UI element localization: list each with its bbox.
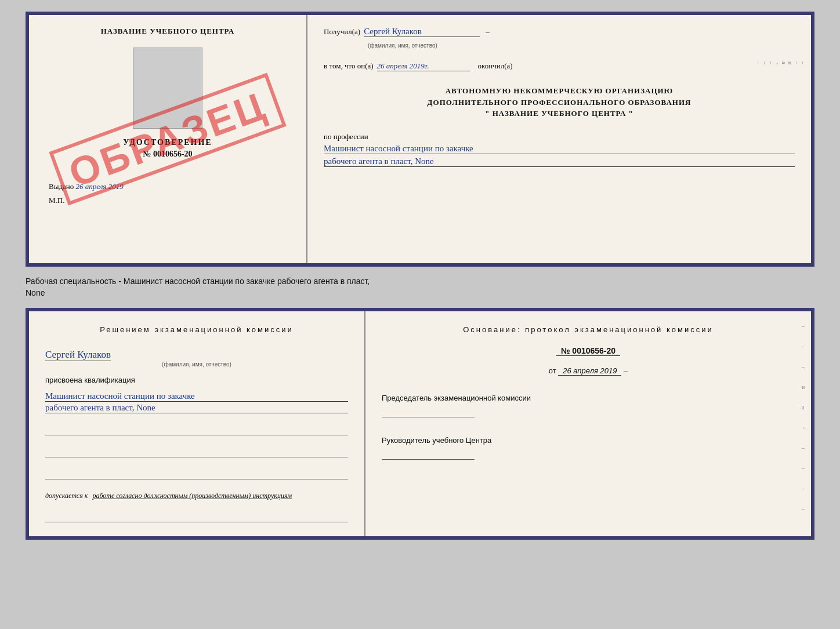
edge-dash-3: – xyxy=(768,61,774,68)
org-line1: АВТОНОМНУЮ НЕКОММЕРЧЕСКУЮ ОРГАНИЗАЦИЮ xyxy=(324,85,795,97)
in-that-label: в том, что он(а) xyxy=(324,61,374,71)
received-label: Получил(а) xyxy=(324,27,360,37)
issued-label: Выдано xyxy=(49,182,74,191)
top-document: НАЗВАНИЕ УЧЕБНОГО ЦЕНТРА УДОСТОВЕРЕНИЕ №… xyxy=(26,12,814,267)
protocol-number-block: № 0010656-20 xyxy=(382,346,795,356)
blank-line-3 xyxy=(45,468,348,479)
middle-text-block: Рабочая специальность - Машинист насосно… xyxy=(26,276,814,299)
finished-label: окончил(а) xyxy=(478,61,513,71)
org-line2: ДОПОЛНИТЕЛЬНОГО ПРОФЕССИОНАЛЬНОГО ОБРАЗО… xyxy=(324,97,795,108)
edge-dash-4: – xyxy=(762,61,768,68)
top-doc-right-panel: Получил(а) Сергей Кулаков – (фамилия, им… xyxy=(307,15,811,263)
person-name-block: Сергей Кулаков (фамилия, имя, отчество) xyxy=(45,344,348,368)
top-doc-left-panel: НАЗВАНИЕ УЧЕБНОГО ЦЕНТРА УДОСТОВЕРЕНИЕ №… xyxy=(29,15,307,263)
profession-label: по профессии xyxy=(324,132,795,141)
issued-date-value: 26 апреля 2019 xyxy=(76,182,124,191)
org-line3: " НАЗВАНИЕ УЧЕБНОГО ЦЕНТРА " xyxy=(324,108,795,119)
admission-block: допускается к работе согласно должностны… xyxy=(45,490,348,500)
chairman-label: Председатель экзаменационной комиссии xyxy=(382,394,795,402)
blank-line-2 xyxy=(45,446,348,457)
mp-label: М.П. xyxy=(43,196,64,205)
qualification-label: присвоена квалификация xyxy=(45,376,348,384)
edge-arrow: ← xyxy=(774,61,781,68)
decision-label: Решением экзаменационной комиссии xyxy=(45,325,348,334)
blank-line-4 xyxy=(45,511,348,522)
chairman-block: Председатель экзаменационной комиссии xyxy=(382,394,795,417)
basis-label: Основание: протокол экзаменационной коми… xyxy=(382,325,795,334)
middle-line1: Рабочая специальность - Машинист насосно… xyxy=(26,276,814,288)
bottom-profession-block: Машинист насосной станции по закачке раб… xyxy=(45,390,348,413)
in-that-row: в том, что он(а) 26 апреля 2019г. окончи… xyxy=(324,61,795,71)
director-label: Руководитель учебного Центра xyxy=(382,436,795,445)
issued-date-row: Выдано 26 апреля 2019 xyxy=(43,182,124,191)
profession-line2: рабочего агента в пласт, None xyxy=(324,157,795,167)
bottom-doc-right-panel: Основание: протокол экзаменационной коми… xyxy=(365,311,811,536)
protocol-date-row: от 26 апреля 2019 – xyxy=(382,366,795,375)
bottom-doc-left-panel: Решением экзаменационной комиссии Сергей… xyxy=(29,311,365,536)
person-name: Сергей Кулаков xyxy=(45,349,111,361)
profession-block: по профессии Машинист насосной станции п… xyxy=(324,132,795,167)
admission-text: работе согласно должностным (производств… xyxy=(92,492,292,500)
edge-а: а xyxy=(781,61,787,68)
protocol-date-value: 26 апреля 2019 xyxy=(558,366,621,376)
director-sign-line xyxy=(382,448,475,460)
edge-dash-2: – xyxy=(794,61,800,68)
right-edge-marks: – – и а ← – – – xyxy=(755,61,806,68)
date-prefix: от xyxy=(549,366,556,375)
cert-label: УДОСТОВЕРЕНИЕ xyxy=(123,138,212,147)
bottom-profession-line1: Машинист насосной станции по закачке xyxy=(45,391,348,402)
chairman-sign-line xyxy=(382,406,475,417)
photo-placeholder xyxy=(133,48,202,129)
school-name-top: НАЗВАНИЕ УЧЕБНОГО ЦЕНТРА xyxy=(101,27,235,36)
received-row: Получил(а) Сергей Кулаков – xyxy=(324,27,795,37)
edge-dash-1: – xyxy=(800,61,806,68)
director-block: Руководитель учебного Центра xyxy=(382,436,795,460)
date-finished: 26 апреля 2019г. xyxy=(377,61,470,71)
middle-line2: None xyxy=(26,288,814,299)
edge-dash-5: – xyxy=(755,61,762,68)
bottom-document: Решением экзаменационной комиссии Сергей… xyxy=(26,308,814,540)
blank-line-1 xyxy=(45,424,348,435)
protocol-number: № 0010656-20 xyxy=(556,346,620,356)
org-block: АВТОНОМНУЮ НЕКОММЕРЧЕСКУЮ ОРГАНИЗАЦИЮ ДО… xyxy=(324,85,795,119)
bottom-right-edge-marks: – – – и а ← – – – – xyxy=(802,323,808,512)
name-hint-bottom: (фамилия, имя, отчество) xyxy=(45,361,348,368)
bottom-profession-line2: рабочего агента в пласт, None xyxy=(45,403,348,413)
edge-и: и xyxy=(787,61,794,68)
cert-number: № 0010656-20 xyxy=(143,150,192,159)
profession-line1: Машинист насосной станции по закачке xyxy=(324,144,795,154)
admission-label: допускается к xyxy=(45,492,88,500)
name-hint-top: (фамилия, имя, отчество) xyxy=(368,42,437,49)
received-name: Сергей Кулаков xyxy=(364,27,480,37)
